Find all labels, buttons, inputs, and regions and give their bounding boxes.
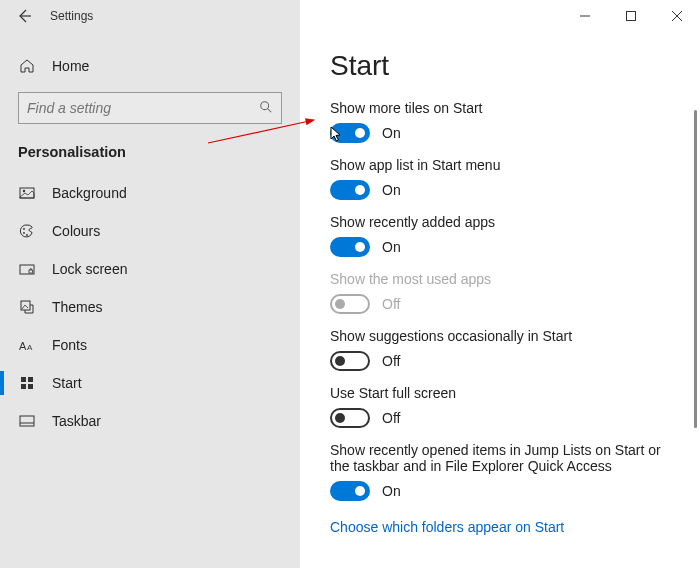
svg-point-8 [23, 190, 25, 192]
nav-label: Fonts [52, 337, 87, 353]
search-box[interactable] [18, 92, 282, 124]
svg-rect-7 [20, 188, 34, 198]
svg-rect-17 [21, 377, 26, 382]
nav-item-background[interactable]: Background [0, 174, 300, 212]
toggle-state: On [382, 239, 401, 255]
toggle-state: Off [382, 410, 400, 426]
toggle-most-used [330, 294, 370, 314]
svg-point-9 [23, 228, 25, 230]
svg-point-5 [261, 101, 269, 109]
toggle-suggestions[interactable] [330, 351, 370, 371]
nav-item-start[interactable]: Start [0, 364, 300, 402]
themes-icon [18, 299, 36, 315]
setting-label: Show suggestions occasionally in Start [330, 328, 674, 344]
svg-rect-2 [627, 12, 636, 21]
nav-label: Themes [52, 299, 103, 315]
nav-label: Start [52, 375, 82, 391]
toggle-state: On [382, 483, 401, 499]
toggle-show-more-tiles[interactable] [330, 123, 370, 143]
back-button[interactable] [8, 0, 40, 32]
setting-label: Use Start full screen [330, 385, 674, 401]
svg-text:A: A [27, 343, 33, 352]
nav-item-lock-screen[interactable]: Lock screen [0, 250, 300, 288]
lock-screen-icon [18, 261, 36, 277]
setting-most-used: Show the most used apps Off [330, 271, 674, 314]
minimize-button[interactable] [562, 0, 608, 32]
svg-line-3 [672, 11, 682, 21]
nav-item-colours[interactable]: Colours [0, 212, 300, 250]
nav-item-fonts[interactable]: AA Fonts [0, 326, 300, 364]
toggle-state: Off [382, 296, 400, 312]
svg-line-4 [672, 11, 682, 21]
toggle-state: Off [382, 353, 400, 369]
svg-point-11 [26, 234, 28, 236]
setting-label: Show more tiles on Start [330, 100, 674, 116]
titlebar: Settings [0, 0, 700, 32]
scrollbar[interactable] [694, 110, 697, 428]
content-area: Start Show more tiles on Start On Show a… [300, 32, 700, 568]
setting-label: Show recently added apps [330, 214, 674, 230]
start-icon [18, 375, 36, 391]
search-input[interactable] [27, 100, 259, 116]
sidebar: Home Personalisation Background Colours … [0, 32, 300, 568]
setting-label: Show app list in Start menu [330, 157, 674, 173]
setting-jump-lists: Show recently opened items in Jump Lists… [330, 442, 674, 501]
toggle-show-app-list[interactable] [330, 180, 370, 200]
taskbar-icon [18, 413, 36, 429]
svg-point-10 [23, 232, 25, 234]
svg-text:A: A [19, 340, 27, 352]
toggle-full-screen[interactable] [330, 408, 370, 428]
toggle-state: On [382, 182, 401, 198]
page-title: Start [330, 50, 674, 82]
nav-label: Taskbar [52, 413, 101, 429]
svg-rect-13 [29, 270, 33, 273]
svg-line-6 [268, 108, 272, 112]
setting-label: Show recently opened items in Jump Lists… [330, 442, 674, 474]
search-icon [259, 100, 273, 117]
setting-show-app-list: Show app list in Start menu On [330, 157, 674, 200]
setting-suggestions: Show suggestions occasionally in Start O… [330, 328, 674, 371]
nav-label: Colours [52, 223, 100, 239]
close-button[interactable] [654, 0, 700, 32]
picture-icon [18, 185, 36, 201]
maximize-button[interactable] [608, 0, 654, 32]
toggle-state: On [382, 125, 401, 141]
nav-label: Background [52, 185, 127, 201]
setting-show-more-tiles: Show more tiles on Start On [330, 100, 674, 143]
toggle-recently-added[interactable] [330, 237, 370, 257]
svg-rect-20 [28, 384, 33, 389]
nav-item-themes[interactable]: Themes [0, 288, 300, 326]
fonts-icon: AA [18, 338, 36, 352]
home-nav[interactable]: Home [0, 48, 300, 84]
nav-item-taskbar[interactable]: Taskbar [0, 402, 300, 440]
home-label: Home [52, 58, 89, 74]
svg-rect-19 [21, 384, 26, 389]
toggle-jump-lists[interactable] [330, 481, 370, 501]
folders-link[interactable]: Choose which folders appear on Start [330, 519, 564, 535]
home-icon [18, 58, 36, 74]
nav-label: Lock screen [52, 261, 127, 277]
window-title: Settings [50, 9, 93, 23]
setting-full-screen: Use Start full screen Off [330, 385, 674, 428]
svg-rect-21 [20, 416, 34, 426]
setting-label: Show the most used apps [330, 271, 674, 287]
svg-rect-18 [28, 377, 33, 382]
setting-recently-added: Show recently added apps On [330, 214, 674, 257]
palette-icon [18, 223, 36, 239]
section-heading: Personalisation [0, 128, 300, 174]
